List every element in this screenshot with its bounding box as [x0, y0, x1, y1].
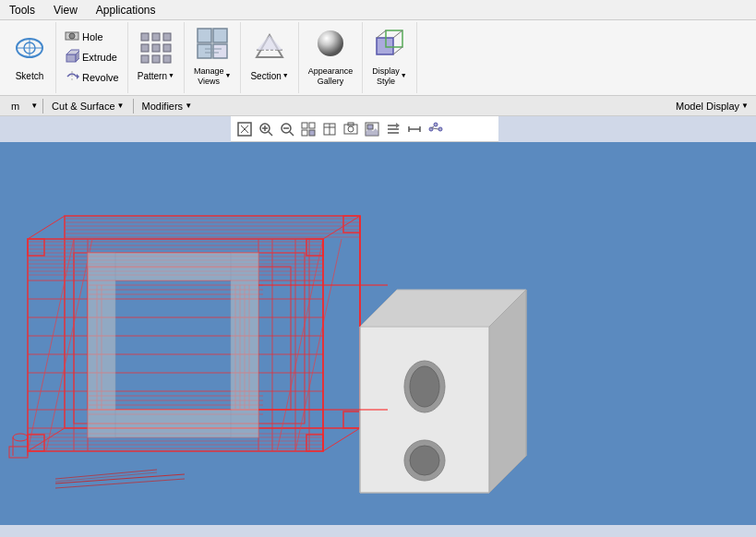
svg-line-34: [393, 47, 402, 54]
svg-rect-23: [213, 44, 227, 58]
svg-rect-16: [163, 44, 171, 52]
svg-rect-19: [163, 55, 171, 63]
svg-rect-6: [66, 54, 76, 62]
save-image-button[interactable]: [362, 119, 382, 139]
svg-rect-45: [302, 123, 307, 128]
svg-rect-56: [367, 125, 373, 129]
standard-views-button[interactable]: [298, 119, 318, 139]
svg-point-53: [348, 126, 354, 132]
features-group: Hole Extrude: [56, 22, 128, 93]
svg-rect-20: [198, 29, 211, 42]
svg-point-65: [434, 123, 438, 126]
3d-block: [360, 290, 526, 493]
display-style-icon: [373, 27, 406, 65]
model-display-dropdown[interactable]: Model Display ▼: [672, 100, 752, 113]
pattern-label: Pattern: [138, 71, 167, 82]
viewport[interactable]: [0, 142, 756, 525]
svg-rect-46: [309, 123, 315, 128]
pattern-group: Pattern ▼: [128, 22, 185, 93]
appearance-gallery-icon: [314, 27, 347, 65]
snapshot-button[interactable]: [341, 119, 361, 139]
manage-views-label: ManageViews: [194, 66, 224, 87]
3d-model: [0, 142, 756, 525]
revolve-icon: [65, 69, 79, 87]
svg-point-29: [318, 30, 343, 56]
svg-rect-15: [152, 44, 160, 52]
svg-rect-12: [152, 33, 160, 41]
tb2-separator-2: [133, 99, 134, 113]
extrude-label: Extrude: [82, 52, 117, 63]
tools-panel-button[interactable]: [383, 119, 403, 139]
zoom-fit-button[interactable]: [234, 119, 255, 139]
extrude-icon: [65, 49, 79, 66]
svg-rect-149: [88, 253, 115, 437]
m-dropdown-arrow: ▼: [30, 101, 38, 110]
menu-tools[interactable]: Tools: [0, 2, 44, 18]
revolve-label: Revolve: [82, 72, 119, 83]
named-views-button[interactable]: [319, 119, 340, 139]
toolbar2: m ▼ Cut & Surface ▼ Modifiers ▼ Model Di…: [0, 96, 756, 116]
svg-line-43: [290, 132, 294, 136]
measure-button[interactable]: [404, 119, 425, 139]
svg-line-33: [393, 30, 402, 38]
pattern-button[interactable]: Pattern ▼: [134, 24, 178, 89]
svg-rect-30: [377, 38, 393, 54]
svg-marker-9: [77, 74, 79, 79]
icon-toolbar: [231, 116, 498, 142]
menu-bar: Tools View Applications: [0, 0, 756, 20]
modifiers-arrow: ▼: [185, 101, 192, 110]
hole-button[interactable]: Hole: [62, 28, 122, 47]
svg-point-5: [69, 33, 75, 39]
features-col: Hole Extrude: [62, 24, 122, 89]
cut-surface-dropdown[interactable]: Cut & Surface ▼: [48, 100, 127, 113]
cut-surface-label: Cut & Surface: [52, 101, 114, 112]
revolve-button[interactable]: Revolve: [62, 68, 122, 88]
zoom-out-button[interactable]: [277, 119, 297, 139]
sketch-icon: [13, 31, 46, 69]
svg-line-32: [377, 30, 386, 38]
extrude-button[interactable]: Extrude: [62, 48, 122, 67]
sketch-button[interactable]: Sketch: [9, 24, 50, 89]
svg-point-157: [410, 446, 439, 475]
hole-label: Hole: [82, 31, 103, 42]
svg-rect-150: [231, 253, 258, 437]
svg-rect-22: [198, 44, 211, 58]
svg-rect-11: [141, 33, 149, 41]
display-style-label: DisplayStyle: [372, 66, 400, 87]
zoom-in-button[interactable]: [256, 119, 276, 139]
manage-views-button[interactable]: ManageViews ▼: [190, 24, 234, 89]
svg-point-66: [438, 127, 442, 131]
sketch-label: Sketch: [16, 71, 44, 82]
connections-button[interactable]: [426, 119, 446, 139]
ribbon: Sketch Hole: [0, 20, 756, 96]
manage-views-icon: [196, 27, 229, 65]
appearance-group: AppearanceGallery: [299, 22, 364, 93]
svg-rect-18: [152, 55, 160, 63]
display-style-button[interactable]: DisplayStyle ▼: [368, 24, 410, 89]
hole-icon: [65, 29, 79, 46]
sketch-group: Sketch: [4, 22, 56, 93]
modifiers-label: Modifiers: [142, 101, 184, 112]
svg-point-155: [410, 366, 439, 407]
svg-rect-17: [141, 55, 149, 63]
svg-rect-48: [309, 130, 315, 136]
model-display-arrow: ▼: [741, 101, 749, 110]
menu-applications[interactable]: Applications: [87, 2, 165, 18]
section-group: Section ▼: [241, 22, 298, 93]
section-label: Section: [250, 71, 281, 82]
pattern-icon: [139, 31, 173, 69]
cut-surface-arrow: ▼: [117, 101, 125, 110]
svg-marker-60: [396, 123, 400, 128]
appearance-gallery-button[interactable]: AppearanceGallery: [305, 24, 357, 89]
section-icon: [253, 31, 286, 69]
appearance-gallery-label: AppearanceGallery: [308, 66, 354, 87]
manage-views-group: ManageViews ▼: [185, 22, 241, 93]
menu-view[interactable]: View: [44, 2, 87, 18]
modifiers-dropdown[interactable]: Modifiers ▼: [138, 100, 197, 113]
model-display-label: Model Display: [676, 101, 739, 112]
display-group: DisplayStyle ▼: [363, 22, 416, 93]
tb2-left-item[interactable]: m: [4, 100, 27, 113]
section-button[interactable]: Section ▼: [246, 24, 292, 89]
svg-rect-13: [163, 33, 171, 41]
tb2-separator-1: [42, 99, 43, 113]
